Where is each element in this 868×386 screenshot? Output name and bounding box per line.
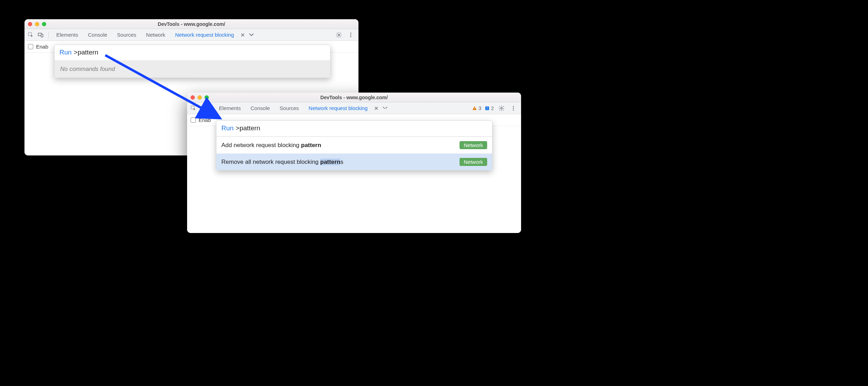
zoom-icon[interactable] (42, 22, 46, 26)
svg-rect-11 (475, 109, 475, 109)
svg-point-17 (513, 108, 514, 109)
tab-network-request-blocking[interactable]: Network request blocking (305, 103, 372, 113)
command-query: >pattern (236, 124, 260, 132)
gear-icon[interactable] (335, 31, 343, 39)
svg-rect-13 (487, 107, 488, 109)
tab-console[interactable]: Console (84, 30, 112, 40)
more-tabs-icon[interactable] (381, 104, 389, 112)
devtools-toolbar: Elements Console Sources Network Network… (24, 29, 358, 41)
enable-label: Enab (199, 117, 211, 123)
result-text-match: pattern (320, 159, 341, 165)
svg-rect-14 (487, 109, 488, 109)
traffic-lights (28, 22, 46, 26)
titlebar: DevTools - www.google.com/ (187, 93, 521, 102)
zoom-icon[interactable] (205, 95, 209, 100)
svg-point-15 (501, 107, 503, 109)
tab-sources[interactable]: Sources (276, 103, 303, 113)
command-input[interactable]: Run >pattern (55, 45, 330, 61)
more-tabs-icon[interactable] (247, 31, 256, 39)
tab-elements[interactable]: Elements (52, 30, 83, 40)
command-menu-after: Run >pattern Add network request blockin… (216, 121, 492, 170)
close-tab-icon[interactable] (240, 31, 246, 39)
window-title: DevTools - www.google.com/ (158, 21, 225, 27)
result-category-badge: Network (460, 141, 487, 149)
enable-checkbox[interactable] (28, 44, 33, 49)
command-menu-before: Run >pattern No commands found (54, 45, 330, 78)
run-prefix: Run (59, 49, 72, 56)
window-title: DevTools - www.google.com/ (320, 95, 388, 100)
tab-network[interactable]: Network (142, 30, 170, 40)
no-commands-message: No commands found (55, 61, 330, 78)
svg-point-3 (338, 34, 340, 36)
enable-label: Enab (36, 44, 48, 50)
inspect-icon[interactable] (27, 31, 35, 39)
svg-rect-9 (204, 107, 206, 110)
gear-icon[interactable] (497, 104, 506, 112)
tab-network-request-blocking[interactable]: Network request blocking (171, 30, 238, 40)
tab-sources[interactable]: Sources (113, 30, 141, 40)
result-category-badge: Network (460, 158, 487, 166)
svg-point-4 (350, 32, 351, 34)
warnings-count: 3 (478, 105, 481, 111)
device-toggle-icon[interactable] (199, 104, 207, 112)
command-input[interactable]: Run >pattern (216, 121, 492, 137)
svg-point-16 (513, 106, 514, 107)
result-text-suffix: s (340, 159, 343, 165)
warnings-badge[interactable]: 3 (472, 105, 481, 111)
inspect-icon[interactable] (189, 104, 198, 112)
run-prefix: Run (221, 124, 234, 132)
issues-count: 2 (491, 105, 494, 111)
kebab-icon[interactable] (347, 31, 355, 39)
svg-point-6 (350, 36, 351, 37)
command-result-add-pattern[interactable]: Add network request blocking pattern Net… (216, 137, 492, 153)
titlebar: DevTools - www.google.com/ (24, 19, 358, 29)
command-query: >pattern (74, 49, 98, 56)
svg-rect-10 (475, 107, 475, 109)
issues-badge[interactable]: 2 (485, 105, 494, 111)
tab-elements[interactable]: Elements (215, 103, 245, 113)
traffic-lights (191, 95, 209, 100)
svg-rect-2 (41, 34, 43, 37)
command-result-remove-patterns[interactable]: Remove all network request blocking patt… (216, 153, 492, 170)
close-tab-icon[interactable] (373, 104, 379, 112)
svg-point-18 (513, 109, 514, 110)
result-text-prefix: Add network request blocking (221, 142, 301, 148)
close-icon[interactable] (191, 95, 195, 100)
minimize-icon[interactable] (35, 22, 39, 26)
tab-console[interactable]: Console (247, 103, 274, 113)
close-icon[interactable] (28, 22, 32, 26)
device-toggle-icon[interactable] (36, 31, 45, 39)
enable-checkbox[interactable] (191, 117, 196, 123)
svg-point-5 (350, 34, 351, 35)
minimize-icon[interactable] (198, 95, 202, 100)
devtools-toolbar: Elements Console Sources Network request… (187, 102, 521, 114)
kebab-icon[interactable] (509, 104, 518, 112)
result-text-match: pattern (301, 142, 321, 148)
result-text-prefix: Remove all network request blocking (221, 159, 320, 165)
